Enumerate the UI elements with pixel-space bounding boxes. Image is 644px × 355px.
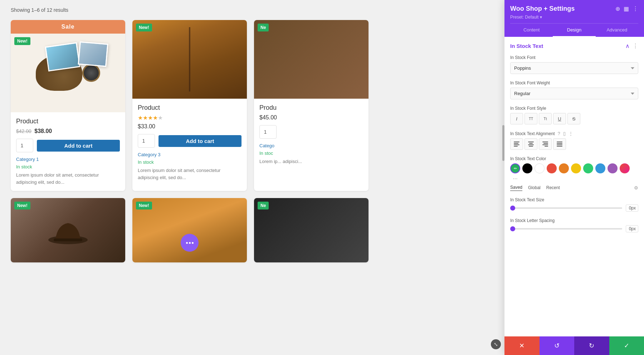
qty-input-1[interactable] <box>16 139 33 152</box>
panel-header-icons: ⊕ ▦ ⋮ <box>615 5 638 12</box>
camera-lens <box>82 64 100 82</box>
panel-scrollbar[interactable] <box>502 125 504 161</box>
panel-body: In Stock Text ∧ ⋮ In Stock Font Poppins … <box>504 37 644 336</box>
price-new-1: $38.00 <box>34 128 52 134</box>
product-excerpt-1: Lorem ipsum dolor sit amet, consectetur … <box>16 172 120 186</box>
product-excerpt-3: Lorem ip... adipisci... <box>259 158 363 165</box>
section-title: In Stock Text <box>510 43 543 49</box>
product-title-1: Product <box>16 118 120 125</box>
font-weight-select[interactable]: Regular <box>510 88 638 99</box>
product-price-3: $45.00 <box>259 114 363 121</box>
alignment-mobile-icon[interactable]: ▯ <box>563 131 566 136</box>
align-right-btn[interactable] <box>539 138 552 150</box>
add-to-cart-btn-2[interactable]: Add to cart <box>158 135 241 147</box>
letter-spacing-track[interactable] <box>510 228 622 230</box>
style-btn-underline[interactable]: U <box>553 113 566 124</box>
target-icon[interactable]: ⊕ <box>615 5 620 12</box>
color-swatch-yellow[interactable] <box>571 163 581 173</box>
font-field-group: In Stock Font Poppins <box>510 55 638 74</box>
alignment-dots-icon[interactable]: ⋮ <box>569 131 573 136</box>
align-justify-btn[interactable] <box>553 138 566 150</box>
product-category-1[interactable]: Category 1 <box>16 157 120 162</box>
panel-title: Woo Shop + Settings <box>510 5 575 13</box>
product-image-1 <box>11 34 125 112</box>
style-btn-italic[interactable]: I <box>510 113 523 124</box>
align-left-btn[interactable] <box>510 138 523 150</box>
alignment-label: In Stock Text Alignment ? ▯ ⋮ <box>510 131 638 136</box>
resize-handle[interactable] <box>491 339 501 349</box>
new-badge-2: New! <box>136 24 152 31</box>
product-category-2[interactable]: Category 3 <box>138 152 241 157</box>
more-icon[interactable]: ⋮ <box>633 5 638 12</box>
color-swatch-red[interactable] <box>547 163 557 173</box>
text-size-value[interactable]: 0px <box>626 204 638 212</box>
color-swatch-pink[interactable] <box>620 163 630 173</box>
text-size-group: In Stock Text Size 0px <box>510 197 638 212</box>
product-card-2: New! Product ★★★★★ $33.00 Add to cart Ca… <box>132 20 247 191</box>
cancel-button[interactable]: ✕ <box>504 336 540 355</box>
products-grid: Sale New! Product $42.00 $38.00 A <box>11 20 369 191</box>
color-swatch-green[interactable]: ✏ <box>510 163 520 173</box>
product-card-1: Sale New! Product $42.00 $38.00 A <box>11 20 125 191</box>
color-label: In Stock Text Color <box>510 156 638 161</box>
text-size-thumb[interactable] <box>510 206 515 211</box>
divi-panel: Woo Shop + Settings ⊕ ▦ ⋮ Preset: Defaul… <box>504 0 644 355</box>
bottom-row: New! New! <box>11 198 369 262</box>
dot-menu[interactable] <box>181 234 199 252</box>
color-swatch-black[interactable] <box>522 163 532 173</box>
card-img-wrapper-1: New! <box>11 34 125 112</box>
color-tab-recent[interactable]: Recent <box>546 185 560 191</box>
tab-content[interactable]: Content <box>510 24 553 37</box>
qty-input-2[interactable] <box>138 134 155 148</box>
collapse-icon[interactable]: ∧ <box>625 43 630 49</box>
letter-spacing-thumb[interactable] <box>510 226 515 231</box>
qty-input-3[interactable] <box>259 125 277 139</box>
hat-svg <box>47 214 89 246</box>
color-swatch-blue[interactable] <box>595 163 605 173</box>
color-swatch-purple[interactable] <box>608 163 618 173</box>
bottom-img-wrapper-2: New! <box>132 198 247 262</box>
undo-button[interactable]: ↺ <box>540 336 575 355</box>
tab-advanced[interactable]: Advanced <box>596 24 638 37</box>
style-btn-uppercase[interactable]: TT <box>525 113 537 124</box>
save-button[interactable]: ✓ <box>609 336 644 355</box>
letter-spacing-value[interactable]: 0px <box>626 225 638 232</box>
grid-icon[interactable]: ▦ <box>624 5 629 12</box>
color-tab-global[interactable]: Global <box>528 185 541 191</box>
font-label: In Stock Font <box>510 55 638 60</box>
text-size-label: In Stock Text Size <box>510 197 638 202</box>
color-tab-saved[interactable]: Saved <box>510 185 522 191</box>
card-img-wrapper-3: Ne <box>254 20 369 99</box>
alignment-help-icon[interactable]: ? <box>558 131 560 136</box>
in-stock-3: In stoc <box>259 151 363 156</box>
style-btn-capitalize[interactable]: Tt <box>539 113 552 124</box>
color-swatch-white[interactable] <box>535 163 545 173</box>
letter-spacing-label: In Stock Letter Spacing <box>510 218 638 223</box>
product-title-2: Product <box>138 104 241 112</box>
color-swatch-lime[interactable] <box>583 163 593 173</box>
letter-spacing-group: In Stock Letter Spacing 0px <box>510 218 638 232</box>
redo-button[interactable]: ↻ <box>574 336 609 355</box>
product-price-1: $42.00 $38.00 <box>16 128 120 134</box>
bottom-badge-2: New! <box>136 202 152 209</box>
product-body-2: Product ★★★★★ $33.00 Add to cart Categor… <box>132 99 247 186</box>
more-swatches[interactable]: ··· <box>510 176 520 182</box>
color-tabs: Saved Global Recent ⚙ <box>510 185 638 191</box>
align-center-btn[interactable] <box>525 138 537 150</box>
text-size-track[interactable] <box>510 207 622 209</box>
photo-item-2 <box>78 41 108 67</box>
add-to-cart-row-2: Add to cart <box>138 134 241 148</box>
product-image-2 <box>132 20 247 99</box>
color-gear-icon[interactable]: ⚙ <box>634 185 638 191</box>
sale-banner: Sale <box>11 20 125 34</box>
panel-preset[interactable]: Preset: Default ▾ <box>510 15 638 20</box>
add-to-cart-btn-1[interactable]: Add to cart <box>37 140 120 152</box>
section-more-icon[interactable]: ⋮ <box>633 43 638 49</box>
card-img-wrapper-2: New! <box>132 20 247 99</box>
color-swatch-orange[interactable] <box>559 163 569 173</box>
tab-design[interactable]: Design <box>553 24 595 37</box>
font-select[interactable]: Poppins <box>510 62 638 74</box>
price-single-3: $45.00 <box>259 114 277 120</box>
style-btn-strikethrough[interactable]: S <box>567 113 580 124</box>
product-category-3[interactable]: Catego <box>259 143 363 148</box>
